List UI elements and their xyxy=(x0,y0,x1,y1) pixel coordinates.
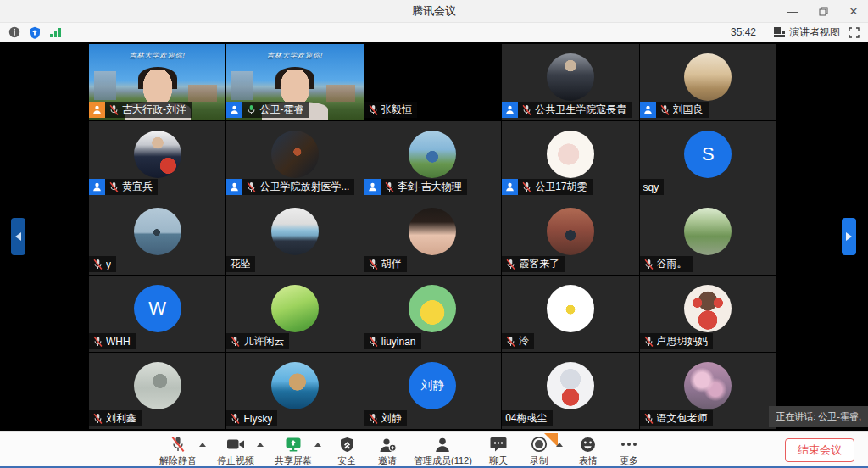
meeting-timer: 35:42 xyxy=(731,26,765,38)
toolbar-chat-bubble[interactable]: 聊天 xyxy=(484,432,513,467)
participant-tile[interactable]: 张毅恒 xyxy=(364,44,501,120)
participant-avatar xyxy=(409,285,456,332)
participant-tile[interactable]: 04梅彧尘 xyxy=(502,353,638,429)
participant-tile[interactable]: Flysky xyxy=(226,353,363,429)
mic-muted-icon xyxy=(246,181,257,193)
participant-label: 胡伴 xyxy=(364,256,407,272)
invite-person-icon xyxy=(379,436,397,453)
participant-label: 李剑-吉大物理 xyxy=(364,179,467,195)
participant-avatar xyxy=(684,362,732,410)
speaker-view-button[interactable]: 演讲者视图 xyxy=(774,25,840,40)
person-badge-icon xyxy=(364,179,381,195)
fullscreen-icon[interactable] xyxy=(849,27,860,38)
participant-label: 04梅彧尘 xyxy=(502,410,552,426)
participant-label: liuyinan xyxy=(364,333,421,349)
participant-name-segment: 04梅彧尘 xyxy=(502,410,552,426)
minimize-button[interactable]: — xyxy=(785,4,800,20)
participant-tile[interactable]: 公共卫生学院寇長貴 xyxy=(502,44,638,120)
next-page-arrow[interactable] xyxy=(842,218,856,255)
meeting-info-icon[interactable] xyxy=(8,26,20,38)
participant-tile[interactable]: 公卫17胡雯 xyxy=(502,121,638,198)
participant-tile[interactable]: 刘利鑫 xyxy=(89,353,225,429)
participant-name: 公卫学院放射医学... xyxy=(259,180,349,194)
person-badge-icon xyxy=(89,102,105,118)
person-badge-icon xyxy=(89,179,105,195)
toolbar-mic-muted[interactable]: 解除静音 xyxy=(159,432,197,467)
participant-label: Flysky xyxy=(226,410,277,426)
participant-tile[interactable]: WWHH xyxy=(89,276,225,352)
participant-tile[interactable]: 刘国良 xyxy=(640,44,776,120)
participant-tile[interactable]: 李剑-吉大物理 xyxy=(364,121,501,198)
participant-avatar xyxy=(547,362,594,410)
mic-muted-icon xyxy=(521,104,532,116)
participant-name-segment: liuyinan xyxy=(364,333,421,349)
participant-avatar xyxy=(409,208,456,255)
end-meeting-button[interactable]: 结束会议 xyxy=(785,438,854,462)
toolbar-members-person[interactable]: 管理成员(112) xyxy=(414,432,472,467)
mic-muted-icon xyxy=(643,259,654,270)
participant-tile[interactable]: 泠 xyxy=(502,276,638,352)
toolbar-security-shield[interactable]: 安全 xyxy=(332,432,361,467)
participant-label: 谷雨。 xyxy=(640,256,693,272)
left-arrow-icon xyxy=(15,232,21,241)
close-button[interactable]: ✕ xyxy=(846,4,861,20)
participant-name-segment: 公卫-霍睿 xyxy=(242,102,309,118)
participant-tile[interactable]: liuyinan xyxy=(364,276,501,352)
participant-tile[interactable]: 吉林大学欢迎你!吉大行政-刘洋 xyxy=(89,44,225,120)
participant-tile[interactable]: 黄宜兵 xyxy=(89,121,225,198)
members-person-icon xyxy=(435,436,450,453)
video-scene-shape xyxy=(231,71,253,100)
video-stage: 吉林大学欢迎你!吉大行政-刘洋吉林大学欢迎你!公卫-霍睿张毅恒公共卫生学院寇長貴… xyxy=(0,42,868,431)
participant-tile[interactable]: 胡伴 xyxy=(364,198,501,275)
participant-avatar xyxy=(271,285,319,332)
participant-name-segment: 霞客来了 xyxy=(502,256,565,272)
participant-name-segment: 黄宜兵 xyxy=(105,179,158,195)
participant-name: 刘静 xyxy=(381,411,402,426)
network-signal-icon[interactable] xyxy=(49,27,62,38)
participant-name-segment: 泠 xyxy=(502,333,534,349)
participant-label: 泠 xyxy=(502,333,534,349)
caret-up-icon[interactable] xyxy=(314,443,321,447)
mic-muted-icon xyxy=(230,413,241,425)
participant-name-segment: 刘静 xyxy=(364,410,407,426)
participant-tile[interactable]: Ssqy xyxy=(640,121,776,198)
toolbar-more-dots[interactable]: 更多 xyxy=(615,432,643,467)
toolbar-record-circle[interactable]: 录制 xyxy=(525,432,554,467)
caret-up-icon[interactable] xyxy=(556,443,563,447)
participant-name: 黄宜兵 xyxy=(122,180,153,194)
toolbar-items: 解除静音停止视频共享屏幕安全邀请管理成员(112)聊天录制表情更多 xyxy=(159,432,643,467)
person-badge-icon xyxy=(226,102,242,118)
participant-tile[interactable]: 谷雨。 xyxy=(640,198,776,275)
toolbar-emoji-smiley[interactable]: 表情 xyxy=(574,432,603,467)
caret-up-icon[interactable] xyxy=(199,443,206,447)
participant-name: 李剑-吉大物理 xyxy=(398,180,462,194)
person-badge-icon xyxy=(640,102,656,118)
restore-button[interactable] xyxy=(815,4,831,20)
participant-tile[interactable]: 公卫学院放射医学... xyxy=(226,121,363,198)
toolbar-invite-person[interactable]: 邀请 xyxy=(373,432,402,467)
record-circle-icon xyxy=(531,436,548,453)
toolbar-camera[interactable]: 停止视频 xyxy=(217,432,254,467)
person-badge-icon xyxy=(226,179,242,195)
participant-tile[interactable]: y xyxy=(89,198,225,275)
participant-name: 吉大行政-刘洋 xyxy=(122,103,186,117)
participant-name-segment: 李剑-吉大物理 xyxy=(381,179,467,195)
participant-avatar xyxy=(547,53,594,101)
prev-page-arrow[interactable] xyxy=(11,218,25,255)
participant-tile[interactable]: 吉林大学欢迎你!公卫-霍睿 xyxy=(226,44,363,120)
participant-tile[interactable]: 刘静刘静 xyxy=(364,353,501,429)
participant-label: 公共卫生学院寇長貴 xyxy=(502,102,632,118)
protect-shield-icon[interactable] xyxy=(29,26,41,39)
right-arrow-icon xyxy=(846,232,852,241)
toolbar-share-screen[interactable]: 共享屏幕 xyxy=(275,432,312,467)
participant-label: 语文包老师 xyxy=(640,410,713,426)
participant-tile[interactable]: 语文包老师 xyxy=(640,353,776,429)
participant-name: 泠 xyxy=(519,334,529,348)
participant-tile[interactable]: 几许闲云 xyxy=(226,276,363,352)
toolbar-item-label: 安全 xyxy=(337,454,356,467)
participant-tile[interactable]: 卢思玥妈妈 xyxy=(640,276,776,352)
caret-up-icon[interactable] xyxy=(257,443,264,447)
participant-tile[interactable]: 霞客来了 xyxy=(502,198,638,275)
camera-icon xyxy=(226,436,245,453)
participant-tile[interactable]: 花坠 xyxy=(226,198,363,275)
